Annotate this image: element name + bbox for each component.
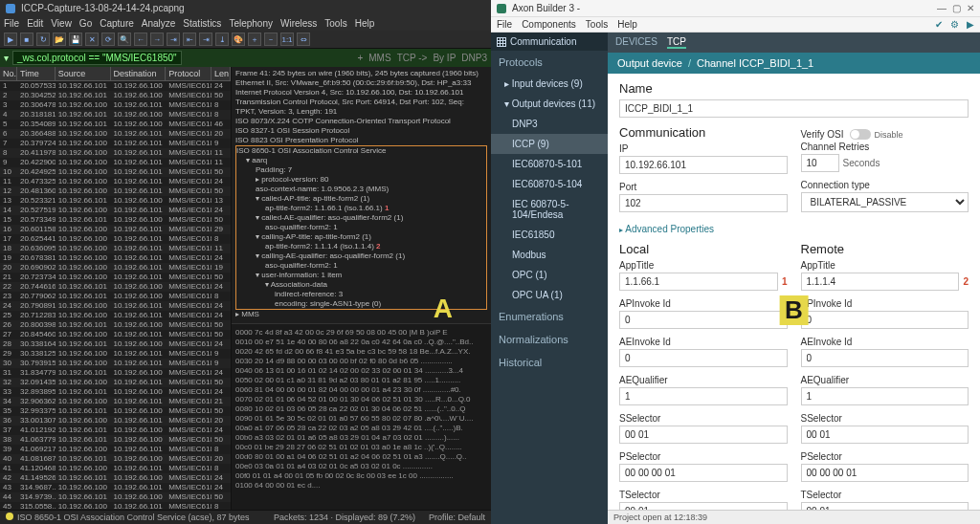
filter-btn-dnp3[interactable]: DNP3 xyxy=(461,53,487,63)
table-row[interactable]: 2520.71228310.192.66.10010.192.66.101MMS… xyxy=(0,311,231,320)
verify-toggle[interactable]: Disable xyxy=(850,129,903,140)
hex-row[interactable]: 00a0 a1 07 06 05 28 ca 22 02 03 a2 05 a8… xyxy=(235,424,487,433)
hex-row[interactable]: 0050 02 00 01 c1 a0 31 81 9d a2 03 80 01… xyxy=(235,376,487,385)
table-row[interactable]: 43314.9687..10.192.66.10010.192.66.101MM… xyxy=(0,483,231,492)
tree-ad[interactable]: ▾ Association-data xyxy=(236,280,486,290)
retries-input[interactable] xyxy=(801,154,839,172)
sidebar-item-output[interactable]: ▾ Output devices (11) xyxy=(491,94,608,114)
tree-pv[interactable]: ▸ protocol-version: 80 xyxy=(236,175,486,185)
tb-save-icon[interactable]: 💾 xyxy=(69,33,82,46)
tb-open-icon[interactable]: 📂 xyxy=(53,33,66,46)
expert-info-icon[interactable] xyxy=(6,513,13,520)
table-row[interactable]: 3741.01219210.192.66.10110.192.66.100MMS… xyxy=(0,426,231,435)
table-row[interactable]: 2720.84546010.192.66.10010.192.66.101MMS… xyxy=(0,330,231,339)
table-row[interactable]: 3030.79391510.192.66.10010.192.66.101MMS… xyxy=(0,359,231,368)
bc-output[interactable]: Output device xyxy=(617,57,682,69)
tree-cotp[interactable]: ISO 8073/X.224 COTP Connection-Oriented … xyxy=(235,117,487,126)
table-row[interactable]: 720.37972410.192.66.10010.192.66.101MMS/… xyxy=(0,139,231,148)
run-icon[interactable]: ▶ xyxy=(967,19,974,30)
ctype-select[interactable]: BILATERAL_PASSIVE xyxy=(801,192,969,212)
table-row[interactable]: 2020.69090210.192.66.10010.192.66.101MMS… xyxy=(0,263,231,273)
tree-frame[interactable]: Frame 41: 245 bytes on wire (1960 bits),… xyxy=(235,69,487,78)
table-row[interactable]: 220.30425210.192.66.10110.192.66.100MMS/… xyxy=(0,91,231,100)
amenu-help[interactable]: Help xyxy=(617,19,637,30)
table-row[interactable]: 3332.89389510.192.66.10110.192.66.100MMS… xyxy=(0,387,231,397)
hex-row[interactable]: 0080 10 02 01 03 06 05 28 ca 22 02 01 30… xyxy=(235,404,487,414)
hex-row[interactable]: 0100 64 00 00 01 ec d.... xyxy=(235,481,487,491)
amenu-file[interactable]: File xyxy=(497,19,512,30)
hex-row[interactable]: 0070 02 01 01 06 04 52 01 00 01 30 04 06… xyxy=(235,395,487,404)
psel-l-input[interactable] xyxy=(619,464,788,482)
table-row[interactable]: 2320.77906210.192.66.10110.192.66.100MMS… xyxy=(0,292,231,301)
hex-row[interactable]: 00b0 a3 03 02 01 01 a6 05 a8 03 29 01 04… xyxy=(235,433,487,443)
sidebar-item-iccp[interactable]: ICCP (9) xyxy=(491,134,608,154)
table-row[interactable]: 45315.0558..10.192.66.10010.192.66.101MM… xyxy=(0,502,231,510)
advanced-link[interactable]: ▸ Advanced Properties xyxy=(619,224,969,234)
tb-resize-icon[interactable]: ⇔ xyxy=(297,33,310,46)
table-row[interactable]: 3131.83477910.192.66.10110.192.66.100MMS… xyxy=(0,368,231,378)
table-row[interactable]: 120.05753310.192.66.10110.192.66.100MMS/… xyxy=(0,81,231,91)
tree-acse[interactable]: ISO 8650-1 OSI Association Control Servi… xyxy=(236,146,486,156)
ssel-l-input[interactable] xyxy=(619,426,788,444)
sidebar-item-opc[interactable]: OPC (1) xyxy=(491,265,608,285)
tb-close-icon[interactable]: ✕ xyxy=(85,33,99,46)
win-max-icon[interactable]: ▢ xyxy=(952,3,961,13)
sidebar-item-modbus[interactable]: Modbus xyxy=(491,245,608,265)
menu-file[interactable]: File xyxy=(4,18,19,29)
table-row[interactable]: 1720.62544110.192.66.10010.192.66.101MMS… xyxy=(0,234,231,244)
sidebar-item-61850[interactable]: IEC61850 xyxy=(491,225,608,245)
hex-row[interactable]: 00f0 01 01 a4 00 01 05 fb 00 02 0c 8c 00… xyxy=(235,471,487,481)
tree-asoctx[interactable]: aso-context-name: 1.0.9506.2.3 (MMS) xyxy=(236,185,486,194)
col-dest[interactable]: Destination xyxy=(111,67,167,80)
table-row[interactable]: 420.31818110.192.66.10110.192.66.100MMS/… xyxy=(0,110,231,120)
apptitle-r-input[interactable] xyxy=(801,273,960,291)
name-input[interactable] xyxy=(619,99,969,118)
tsel-r-input[interactable] xyxy=(801,502,969,510)
bc-channel[interactable]: Channel ICCP_BIDI_1_1 xyxy=(697,57,813,69)
tree-pres[interactable]: ISO 8823 OSI Presentation Protocol xyxy=(235,136,487,145)
apinv-l-input[interactable] xyxy=(619,311,788,329)
tb-back-icon[interactable]: ← xyxy=(134,33,147,46)
tb-start-icon[interactable]: ▶ xyxy=(4,33,17,46)
tb-first-icon[interactable]: ⇤ xyxy=(183,33,196,46)
menu-telephony[interactable]: Telephony xyxy=(229,18,273,29)
col-time[interactable]: Time xyxy=(17,67,56,80)
table-row[interactable]: 4241.14952610.192.66.10110.192.66.100MMS… xyxy=(0,473,231,483)
menu-capture[interactable]: Capture xyxy=(100,18,134,29)
aeinv-l-input[interactable] xyxy=(619,349,788,367)
tsel-l-input[interactable] xyxy=(619,502,788,510)
tb-zoomreset-icon[interactable]: 1:1 xyxy=(280,33,294,46)
menu-help[interactable]: Help xyxy=(355,18,375,29)
tree-calledap[interactable]: ▾ called-AP-title: ap-title-form2 (1) xyxy=(236,194,486,204)
filter-btn-plus[interactable]: + xyxy=(357,53,363,63)
table-row[interactable]: 1620.60115810.192.66.10010.192.66.101MMS… xyxy=(0,225,231,234)
table-row[interactable]: 820.41197810.192.66.10010.192.66.101MMS/… xyxy=(0,148,231,158)
amenu-tools[interactable]: Tools xyxy=(586,19,608,30)
hex-row[interactable]: 0010 00 e7 51 1e 40 00 80 06 a8 22 0a c0… xyxy=(235,338,487,347)
sidebar-item-opcua[interactable]: OPC UA (1) xyxy=(491,285,608,305)
tab-tcp[interactable]: TCP xyxy=(667,36,686,49)
tree-sess[interactable]: ISO 8327-1 OSI Session Protocol xyxy=(235,126,487,136)
tb-fwd-icon[interactable]: → xyxy=(150,33,164,46)
hex-row[interactable]: 00d0 80 01 00 a1 04 06 02 51 01 a2 04 06… xyxy=(235,452,487,462)
aeinv-r-input[interactable] xyxy=(801,349,969,367)
tree-callingae2[interactable]: aso-qualifier-form2: 1 xyxy=(236,261,486,271)
sidebar-header[interactable]: Communication xyxy=(491,33,608,51)
col-source[interactable]: Source xyxy=(56,67,111,80)
table-row[interactable]: 1220.48136010.192.66.10010.192.66.101MMS… xyxy=(0,186,231,196)
table-row[interactable]: 3532.99337510.192.66.10110.192.66.100MMS… xyxy=(0,406,231,416)
aeq-l-input[interactable] xyxy=(619,387,788,405)
tb-last-icon[interactable]: ⇥ xyxy=(199,33,212,46)
sidebar-item-dnp3[interactable]: DNP3 xyxy=(491,114,608,134)
tree-padding[interactable]: Padding: 7 xyxy=(236,165,486,175)
apptitle-l-input[interactable] xyxy=(619,273,778,291)
table-row[interactable]: 920.42290010.192.66.10010.192.66.101MMS/… xyxy=(0,158,231,167)
col-proto[interactable]: Protocol xyxy=(166,67,212,80)
sidebar-item-input[interactable]: ▸ Input devices (9) xyxy=(491,74,608,94)
tree-calledae2[interactable]: aso-qualifier-form2: 1 xyxy=(236,223,486,232)
table-row[interactable]: 2930.33812510.192.66.10010.192.66.101MMS… xyxy=(0,349,231,359)
menu-go[interactable]: Go xyxy=(79,18,92,29)
tree-tcp[interactable]: Transmission Control Protocol, Src Port:… xyxy=(235,98,487,107)
amenu-components[interactable]: Components xyxy=(522,19,576,30)
col-no[interactable]: No. xyxy=(0,67,17,80)
